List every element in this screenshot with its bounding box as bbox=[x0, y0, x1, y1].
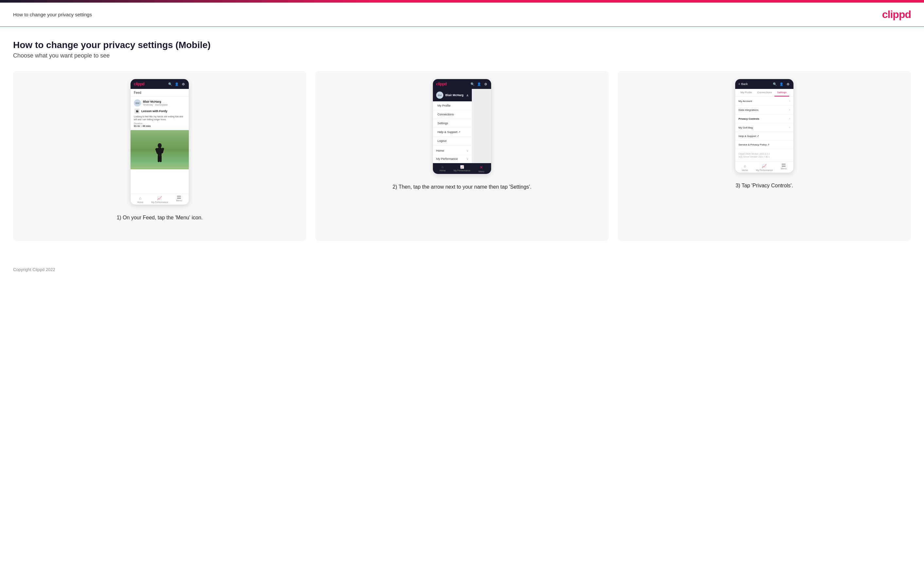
menu-nav-label: Menu bbox=[176, 200, 182, 202]
lesson-icon: 🎬 bbox=[134, 108, 140, 114]
user-icon: 👤 bbox=[174, 82, 179, 86]
dropdown-avatar: BM bbox=[436, 92, 443, 99]
tab-settings[interactable]: Settings bbox=[774, 89, 789, 97]
menu-icon-3 bbox=[782, 164, 786, 167]
phone-2-logo: clippd bbox=[436, 82, 447, 86]
feed-user-info: Blair McHarg Yesterday · Sunningdale bbox=[143, 100, 168, 106]
dropdown-arrow-icon[interactable]: ∧ bbox=[466, 93, 468, 97]
golfer-silhouette bbox=[153, 143, 166, 166]
avatar: BM bbox=[134, 99, 141, 106]
privacy-controls-label: Privacy Controls bbox=[738, 118, 759, 120]
svg-rect-5 bbox=[160, 155, 162, 162]
settings-item-help-support[interactable]: Help & Support ↗ bbox=[735, 132, 793, 140]
tab-my-profile[interactable]: My Profile bbox=[738, 89, 755, 97]
perf-nav-icon-3: 📈 bbox=[762, 164, 767, 168]
back-button[interactable]: < Back bbox=[738, 82, 748, 85]
home-nav-label-3: Home bbox=[742, 169, 748, 171]
menu-item-my-profile[interactable]: My Profile bbox=[433, 102, 472, 110]
footer: Copyright Clippd 2022 bbox=[0, 261, 924, 279]
phone-1-body: Feed BM Blair McHarg Yesterday · Sunning… bbox=[131, 89, 189, 193]
phone-1: clippd 🔍 👤 ⚙ Feed BM Blair McHarg bbox=[130, 79, 189, 205]
phone-3-header: < Back 🔍 👤 ⚙ bbox=[735, 79, 793, 89]
page-subheading: Choose what you want people to see bbox=[13, 52, 911, 59]
my-golf-bag-chevron: › bbox=[789, 126, 790, 129]
feed-user-meta: Yesterday · Sunningdale bbox=[143, 104, 168, 106]
data-integrations-label: Data Integrations bbox=[738, 108, 758, 111]
feed-duration: 01 hr : 30 min bbox=[134, 124, 186, 127]
settings-item-my-golf-bag[interactable]: My Golf Bag › bbox=[735, 123, 793, 132]
nav-2-performance: 📈 My Performance bbox=[452, 165, 472, 172]
close-icon: ✕ bbox=[480, 165, 483, 170]
section-item-home[interactable]: Home ∨ bbox=[433, 147, 472, 155]
dropdown-panel: BM Blair McHarg ∧ My Profile Connections… bbox=[433, 89, 472, 163]
settings-item-data-integrations[interactable]: Data Integrations › bbox=[735, 106, 793, 114]
logo: clippd bbox=[882, 8, 911, 21]
back-label: Back bbox=[741, 82, 748, 85]
sql-version: SQL Server Version: 2022.7.30-1 bbox=[738, 155, 790, 158]
client-version: Clippd Client Version: 2022.8.3-3 bbox=[738, 152, 790, 155]
phone-2-body: BM Blair McHarg ∧ My Profile Connections… bbox=[433, 89, 491, 163]
perf-nav-label-3: My Performance bbox=[756, 169, 772, 171]
feed-description: Looking to feel like my hands are exitin… bbox=[134, 115, 186, 121]
phone-1-logo: clippd bbox=[134, 82, 144, 86]
feed-user-name: Blair McHarg bbox=[143, 100, 168, 104]
home-nav-icon-3: ⌂ bbox=[744, 164, 746, 168]
search-icon: 🔍 bbox=[168, 82, 173, 86]
step-3-caption: 3) Tap 'Privacy Controls'. bbox=[735, 182, 793, 189]
tab-connections[interactable]: Connections bbox=[755, 89, 774, 97]
menu-item-logout[interactable]: Logout bbox=[433, 137, 472, 145]
golf-image bbox=[131, 130, 189, 169]
nav-3-performance: 📈 My Performance bbox=[754, 164, 774, 171]
menu-line-3-2 bbox=[782, 165, 786, 166]
page-heading: How to change your privacy settings (Mob… bbox=[13, 40, 911, 50]
feed-user-row: BM Blair McHarg Yesterday · Sunningdale bbox=[134, 99, 186, 106]
menu-item-help[interactable]: Help & Support ↗ bbox=[433, 128, 472, 137]
menu-line-2 bbox=[177, 197, 181, 198]
data-integrations-chevron: › bbox=[789, 108, 790, 111]
search-icon-3: 🔍 bbox=[772, 82, 777, 86]
menu-item-connections[interactable]: Connections bbox=[433, 110, 472, 119]
step-3-card: < Back 🔍 👤 ⚙ My Profile Connections Sett… bbox=[618, 71, 911, 241]
nav-3-menu: Menu bbox=[774, 164, 793, 171]
header-title: How to change your privacy settings bbox=[13, 12, 92, 17]
phone-1-icons: 🔍 👤 ⚙ bbox=[168, 82, 186, 86]
menu-line-1 bbox=[177, 196, 181, 197]
header: How to change your privacy settings clip… bbox=[0, 3, 924, 27]
home-nav-icon-2: ⌂ bbox=[442, 165, 444, 169]
service-privacy-label: Service & Privacy Policy ↗ bbox=[738, 143, 770, 146]
top-accent-bar bbox=[0, 0, 924, 3]
step-1-caption: 1) On your Feed, tap the 'Menu' icon. bbox=[116, 214, 202, 221]
dropdown-user-name: Blair McHarg bbox=[445, 93, 464, 97]
main-content: How to change your privacy settings (Mob… bbox=[0, 27, 924, 261]
nav-2-close[interactable]: ✕ Menu bbox=[472, 165, 491, 172]
dropdown-section: Home ∨ My Performance ∨ bbox=[433, 147, 472, 163]
overlay-right bbox=[472, 89, 491, 163]
settings-tabs: My Profile Connections Settings bbox=[735, 89, 793, 97]
step-2-caption: 2) Then, tap the arrow next to your name… bbox=[393, 184, 532, 190]
lesson-title-row: 🎬 Lesson with Fordy bbox=[134, 108, 186, 114]
section-item-performance[interactable]: My Performance ∨ bbox=[433, 155, 472, 163]
nav-menu[interactable]: Menu bbox=[170, 196, 189, 203]
svg-rect-4 bbox=[158, 155, 160, 162]
phone-2-header: clippd 🔍 👤 ⚙ bbox=[433, 79, 491, 89]
perf-nav-label-2: My Performance bbox=[454, 169, 470, 172]
menu-nav-label-3: Menu bbox=[781, 168, 787, 170]
svg-point-0 bbox=[158, 143, 162, 148]
menu-item-settings[interactable]: Settings bbox=[433, 119, 472, 128]
user-icon-2: 👤 bbox=[477, 82, 481, 86]
copyright-text: Copyright Clippd 2022 bbox=[13, 267, 55, 272]
phone-1-header: clippd 🔍 👤 ⚙ bbox=[131, 79, 189, 89]
perf-nav-icon-2: 📈 bbox=[460, 165, 464, 169]
settings-item-service-privacy[interactable]: Service & Privacy Policy ↗ bbox=[735, 140, 793, 149]
settings-item-my-account[interactable]: My Account › bbox=[735, 97, 793, 106]
phone-1-bottom-nav: ⌂ Home 📈 My Performance Menu bbox=[131, 193, 189, 205]
settings-item-privacy-controls[interactable]: Privacy Controls › bbox=[735, 114, 793, 123]
search-icon-2: 🔍 bbox=[470, 82, 475, 86]
step-2-card: clippd 🔍 👤 ⚙ BM Blair McHarg bbox=[315, 71, 609, 241]
back-chevron: < bbox=[738, 82, 740, 85]
settings-icon: ⚙ bbox=[181, 82, 186, 86]
performance-nav-label: My Performance bbox=[151, 201, 168, 203]
privacy-controls-chevron: › bbox=[789, 117, 790, 120]
my-account-chevron: › bbox=[789, 99, 790, 103]
nav-performance: 📈 My Performance bbox=[150, 196, 169, 203]
